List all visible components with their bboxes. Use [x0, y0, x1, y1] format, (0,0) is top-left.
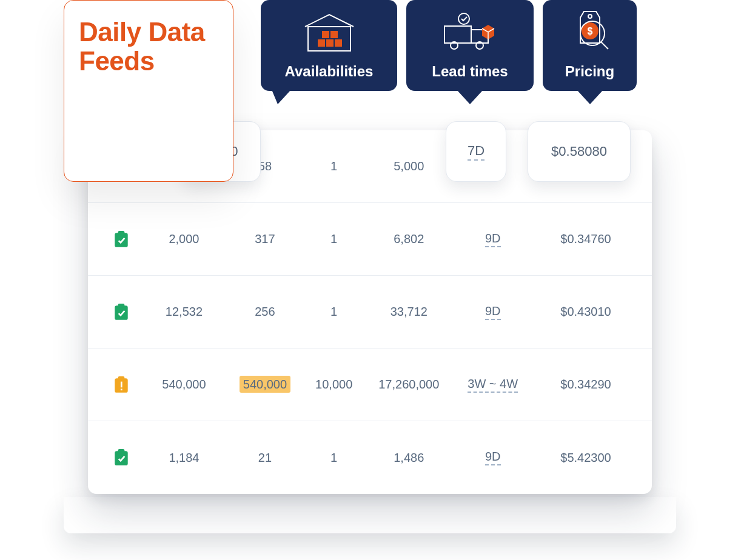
- cell-col4: 1,486: [364, 451, 454, 465]
- svg-rect-3: [335, 39, 342, 47]
- status-ok-icon: [113, 230, 129, 248]
- svg-rect-20: [115, 233, 127, 247]
- svg-point-9: [458, 13, 469, 24]
- cell-col2: 540,000: [226, 378, 304, 392]
- svg-rect-22: [115, 305, 127, 320]
- svg-rect-27: [121, 388, 122, 390]
- cell-col3: 1: [304, 232, 364, 246]
- cell-col4: 17,260,000: [364, 378, 454, 392]
- cell-availability: 540,000: [142, 378, 226, 392]
- status-cell: [100, 448, 142, 467]
- pill-price-value: $0.58080: [551, 144, 607, 159]
- table-row[interactable]: 540,000 540,000 10,000 17,260,000 3W ~ 4…: [88, 348, 652, 421]
- panel-base: [64, 497, 676, 533]
- cell-col3: 1: [304, 159, 364, 173]
- title-card: Daily Data Feeds: [64, 0, 233, 182]
- cell-price: $0.34760: [532, 232, 640, 246]
- warehouse-icon: [272, 8, 386, 57]
- tooltip-availabilities: Availabilities: [261, 0, 397, 91]
- cell-lead: 9D: [454, 304, 532, 320]
- cell-col2: 317: [226, 232, 304, 246]
- table-row[interactable]: 2,000 317 1 6,802 9D $0.34760: [88, 203, 652, 276]
- cell-col4: 5,000: [364, 159, 454, 173]
- tooltip-pricing: $ Pricing: [543, 0, 637, 91]
- tooltip-lead-times: Lead times: [406, 0, 534, 91]
- status-cell: [100, 303, 142, 321]
- status-warn-icon: [113, 376, 129, 394]
- cell-price: $0.34290: [532, 378, 640, 392]
- svg-rect-29: [118, 449, 124, 453]
- cell-price: $0.43010: [532, 305, 640, 319]
- svg-rect-6: [444, 26, 471, 43]
- pill-lead-value: 7D: [468, 143, 485, 161]
- cell-col3: 1: [304, 451, 364, 465]
- svg-rect-4: [322, 31, 329, 38]
- truck-icon: [417, 8, 523, 57]
- svg-point-13: [588, 15, 592, 18]
- cell-col2: 256: [226, 305, 304, 319]
- cell-col3: 1: [304, 305, 364, 319]
- cell-availability: 12,532: [142, 305, 226, 319]
- cell-price: $5.42300: [532, 451, 640, 465]
- svg-line-17: [601, 42, 608, 49]
- tooltip-pricing-label: Pricing: [554, 63, 626, 80]
- svg-rect-2: [326, 39, 334, 47]
- svg-rect-25: [118, 376, 124, 380]
- status-ok-icon: [113, 303, 129, 321]
- table-row[interactable]: 12,532 256 1 33,712 9D $0.43010: [88, 276, 652, 348]
- cell-availability: 2,000: [142, 232, 226, 246]
- cell-availability: 1,184: [142, 451, 226, 465]
- cell-col2: 21: [226, 451, 304, 465]
- data-table: 1,000 58 1 5,000 7D $0.58080 2,000 317 1…: [88, 130, 652, 494]
- svg-rect-1: [318, 39, 325, 47]
- svg-rect-21: [118, 231, 124, 235]
- cell-lead: 9D: [454, 450, 532, 465]
- svg-text:$: $: [587, 26, 592, 36]
- cell-col4: 6,802: [364, 232, 454, 246]
- tooltip-lead-times-label: Lead times: [417, 63, 523, 80]
- svg-rect-0: [308, 27, 350, 51]
- status-cell: [100, 376, 142, 394]
- status-ok-icon: [113, 448, 129, 467]
- cell-lead: 3W ~ 4W: [454, 377, 532, 393]
- tooltip-availabilities-label: Availabilities: [272, 63, 386, 80]
- price-tag-icon: $: [554, 8, 626, 57]
- svg-rect-5: [330, 31, 338, 38]
- table-row[interactable]: 1,184 21 1 1,486 9D $5.42300: [88, 421, 652, 494]
- svg-rect-26: [121, 381, 122, 387]
- pill-lead-time: 7D: [446, 121, 506, 182]
- cell-col3: 10,000: [304, 378, 364, 392]
- status-cell: [100, 230, 142, 248]
- cell-lead: 9D: [454, 232, 532, 247]
- svg-rect-23: [118, 304, 124, 307]
- svg-rect-28: [115, 451, 127, 465]
- page-title: Daily Data Feeds: [79, 18, 218, 76]
- cell-col4: 33,712: [364, 305, 454, 319]
- pill-price: $0.58080: [528, 121, 631, 182]
